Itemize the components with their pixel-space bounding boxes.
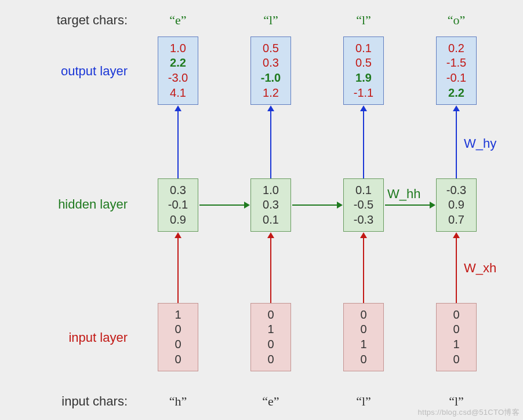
target-char: “l” [343,13,384,28]
input-value: 1 [344,337,383,352]
arrow-w-hy [270,111,271,178]
input-value: 0 [437,352,476,367]
output-value: 0.1 [344,41,383,56]
input-value: 1 [251,322,290,337]
input-value: 1 [437,337,476,352]
hidden-value: 0.9 [158,213,198,228]
target-char: “e” [158,13,198,28]
hidden-value: -0.3 [344,213,383,228]
arrow-w-hh [292,204,337,206]
output-value: 4.1 [158,86,198,101]
target-char: “o” [436,13,477,28]
arrow-w-xh [270,238,271,303]
output-value: 1.0 [158,41,198,56]
input-vector: 1 0 0 0 [158,303,198,371]
hidden-vector: 1.0 0.3 0.1 [250,178,291,232]
input-char: “h” [158,394,198,409]
output-value: 2.2 [437,86,476,101]
output-value: 1.2 [251,86,290,101]
output-vector: 1.0 2.2 -3.0 4.1 [158,36,198,105]
label-input-chars: input chars: [12,394,128,409]
rnn-diagram: target chars: output layer hidden layer … [0,0,523,420]
output-value: 0.5 [344,56,383,71]
input-value: 0 [251,337,290,352]
hidden-value: -0.3 [437,183,476,198]
hidden-vector: 0.3 -0.1 0.9 [158,178,198,232]
output-value: 1.9 [344,71,383,86]
output-value: 0.2 [437,41,476,56]
arrow-w-hh [199,204,245,206]
input-value: 0 [158,322,198,337]
output-value: -0.1 [437,71,476,86]
input-char: “l” [436,394,477,409]
input-char: “e” [250,394,291,409]
arrow-w-hy [363,111,364,178]
output-value: -3.0 [158,71,198,86]
hidden-value: 0.3 [251,198,290,213]
hidden-value: 0.1 [251,213,290,228]
output-value: 0.3 [251,56,290,71]
input-value: 0 [251,352,290,367]
weight-label-w-hh: W_hh [387,187,420,202]
hidden-value: 1.0 [251,183,290,198]
input-vector: 0 1 0 0 [250,303,291,371]
output-value: 2.2 [158,56,198,71]
input-vector: 0 0 1 0 [436,303,477,371]
output-value: -1.1 [344,86,383,101]
arrow-w-hy [456,111,457,178]
input-char: “l” [343,394,384,409]
output-value: -1.0 [251,71,290,86]
hidden-value: 0.7 [437,213,476,228]
hidden-vector: -0.3 0.9 0.7 [436,178,477,232]
input-value: 0 [437,308,476,323]
input-value: 0 [251,308,290,323]
target-char: “l” [250,13,291,28]
hidden-value: 0.9 [437,198,476,213]
weight-label-w-hy: W_hy [464,136,496,151]
label-input-layer: input layer [12,330,128,345]
input-vector: 0 0 1 0 [343,303,384,371]
hidden-value: -0.1 [158,198,198,213]
input-value: 0 [344,308,383,323]
input-value: 0 [437,322,476,337]
arrow-w-hy [177,111,179,178]
hidden-value: -0.5 [344,198,383,213]
output-value: 0.5 [251,41,290,56]
input-value: 1 [158,308,198,323]
hidden-value: 0.1 [344,183,383,198]
hidden-value: 0.3 [158,183,198,198]
arrow-w-xh [363,238,364,303]
input-value: 0 [158,337,198,352]
output-vector: 0.2 -1.5 -0.1 2.2 [436,36,477,105]
output-vector: 0.5 0.3 -1.0 1.2 [250,36,291,105]
label-output-layer: output layer [12,64,128,79]
arrow-w-xh [456,238,457,303]
input-value: 0 [344,352,383,367]
hidden-vector: 0.1 -0.5 -0.3 [343,178,384,232]
input-value: 0 [344,322,383,337]
weight-label-w-xh: W_xh [464,261,496,276]
input-value: 0 [158,352,198,367]
arrow-w-hh [385,204,430,206]
output-vector: 0.1 0.5 1.9 -1.1 [343,36,384,105]
label-target-chars: target chars: [12,13,128,28]
arrow-w-xh [177,238,179,303]
label-hidden-layer: hidden layer [12,197,128,212]
output-value: -1.5 [437,56,476,71]
